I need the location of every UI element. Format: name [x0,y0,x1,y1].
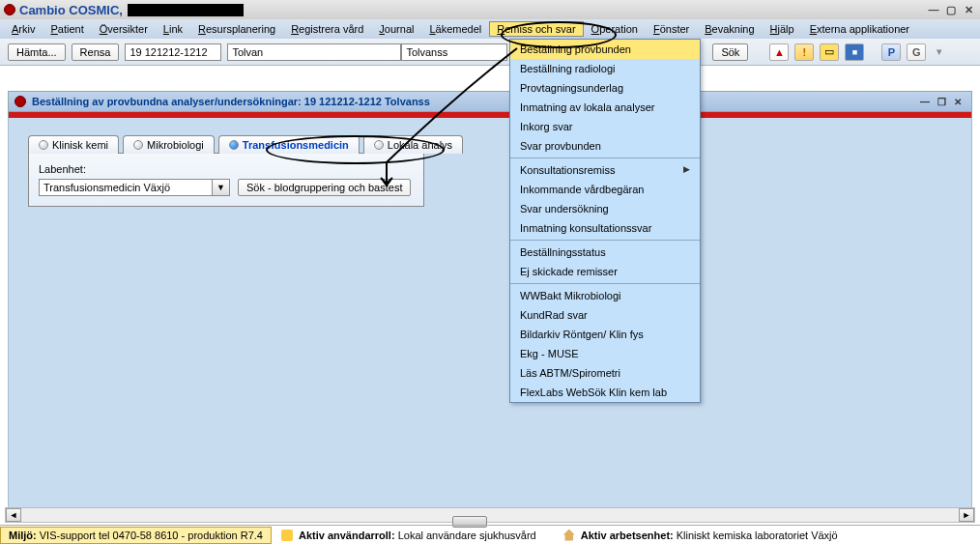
tab-klinisk-kemi[interactable]: Klinisk kemi [28,135,119,154]
menuitem-ej-skickade-remisser[interactable]: Ej skickade remisser [510,262,700,281]
subwindow-controls: — ❐ ✕ [917,95,966,108]
g-button[interactable]: G [907,43,926,61]
menuitem-flexlabs-webs-k-klin-kem-lab[interactable]: FlexLabs WebSök Klin kem lab [510,383,700,402]
tab-label: Lokala analys [388,139,452,151]
window-controls: — ▢ ✕ [926,3,976,16]
tab-label: Transfusionsmedicin [243,139,349,151]
menu-l-kemedel[interactable]: Läkemedel [421,21,489,37]
app-icon [4,4,15,15]
rensa-button[interactable]: Rensa [72,43,120,61]
info-icon[interactable]: ■ [845,43,864,61]
roll-value: Lokal användare sjukhusvård [398,530,536,541]
close-icon[interactable]: ✕ [961,3,976,16]
tabs-area: Klinisk kemiMikrobiologiTransfusionsmedi… [8,118,972,509]
menuitem-inmatning-av-lokala-analyser[interactable]: Inmatning av lokala analyser [510,98,700,117]
tab-lokala-analys[interactable]: Lokala analys [363,135,463,154]
menuitem-inkommande-v-rdbeg-ran[interactable]: Inkommande vårdbegäran [510,180,700,199]
menu-separator [510,240,700,241]
status-miljo: Miljö: VIS-support tel 0470-58 8610 - pr… [0,527,272,544]
menu-remiss-och-svar[interactable]: Remiss och svar [489,21,583,37]
toolbar-chevron-icon[interactable]: ▾ [932,45,947,58]
menu-arkiv[interactable]: Arkiv [4,21,43,37]
tab-dot-icon [374,140,384,150]
miljo-label: Miljö: [9,530,37,541]
tab-dot-icon [229,140,239,150]
home-icon [563,530,575,541]
alert-icon[interactable]: ▲ [769,43,789,61]
horizontal-scrollbar[interactable]: ◄ ► [5,507,975,523]
enhet-value: Kliniskt kemiska laboratoriet Växjö [677,530,838,541]
labenhet-combo-input[interactable] [39,179,213,196]
tab-label: Mikrobiologi [147,139,204,151]
tab-mikrobiologi[interactable]: Mikrobiologi [123,135,215,154]
sok-button[interactable]: Sök [712,43,748,61]
menuitem-svar-provbunden[interactable]: Svar provbunden [510,136,700,156]
titlebar: Cambio COSMIC, — ▢ ✕ [0,0,980,19]
labenhet-label: Labenhet: [39,163,414,175]
app-title: Cambio COSMIC, [19,3,123,17]
maximize-icon[interactable]: ▢ [943,3,959,16]
subwindow-icon [14,96,26,107]
menu-f-nster[interactable]: Fönster [646,21,697,37]
lastname-input[interactable] [401,43,507,61]
menuitem-best-llning-provbunden[interactable]: Beställning provbunden [510,40,700,59]
user-icon [281,530,293,541]
menuitem-provtagningsunderlag[interactable]: Provtagningsunderlag [510,78,700,98]
menuitem-inmatning-konsultationssvar[interactable]: Inmatning konsultationssvar [510,218,700,238]
sub-maximize-icon[interactable]: ❐ [934,95,949,108]
status-right: Aktiv användarroll: Lokal användare sjuk… [272,530,980,541]
menuitem-best-llning-radiologi[interactable]: Beställning radiologi [510,59,700,78]
labenhet-combo[interactable]: ▼ [39,179,230,196]
menu-bevakning[interactable]: Bevakning [697,21,762,37]
menu-hj-lp[interactable]: Hjälp [763,21,802,37]
order-subwindow: Beställning av provbundna analyser/under… [8,91,972,509]
statusbar: Miljö: VIS-support tel 0470-58 8610 - pr… [0,525,980,544]
firstname-input[interactable] [227,43,401,61]
labenhet-combo-chevron-icon[interactable]: ▼ [213,179,230,196]
subwindow-title: Beställning av provbundna analyser/under… [32,96,430,107]
toolbar: Hämta... Rensa Sök ▲ ! ▭ ■ P G ▾ [0,39,980,66]
menuitem-best-llningsstatus[interactable]: Beställningsstatus [510,243,700,262]
menuitem-kundrad-svar[interactable]: KundRad svar [510,305,700,325]
patient-id-input[interactable] [125,43,221,61]
sub-minimize-icon[interactable]: — [917,95,933,108]
menuitem-svar-unders-kning[interactable]: Svar undersökning [510,199,700,218]
menubar: ArkivPatientÖversikterLinkResursplanerin… [0,19,980,39]
sok-blodgruppering-button[interactable]: Sök - blodgruppering och bastest [238,179,411,196]
roll-label: Aktiv användarroll: [299,530,395,541]
enhet-label: Aktiv arbetsenhet: [581,530,674,541]
tab-dot-icon [133,140,143,150]
subwindow-titlebar: Beställning av provbundna analyser/under… [8,91,972,112]
note-icon[interactable]: ▭ [820,43,839,61]
tab-dot-icon [39,140,48,150]
menu-resursplanering[interactable]: Resursplanering [190,21,283,37]
sub-close-icon[interactable]: ✕ [950,95,966,108]
hamta-button[interactable]: Hämta... [8,43,66,61]
menuitem-konsultationsremiss[interactable]: Konsultationsremiss [510,160,700,180]
menuitem-inkorg-svar[interactable]: Inkorg svar [510,117,700,136]
warning-icon[interactable]: ! [794,43,814,61]
menu-patient[interactable]: Patient [43,21,91,37]
menu-separator [510,157,700,158]
menuitem-ekg-muse[interactable]: Ekg - MUSE [510,344,700,363]
tab-label: Klinisk kemi [52,139,108,151]
labenhet-panel: Labenhet: ▼ Sök - blodgruppering och bas… [28,153,424,207]
title-redacted [128,4,244,16]
minimize-icon[interactable]: — [926,3,941,16]
tab-strip: Klinisk kemiMikrobiologiTransfusionsmedi… [28,135,971,154]
menuitem-l-s-abtm-spirometri[interactable]: Läs ABTM/Spirometri [510,363,700,383]
menu-journal[interactable]: Journal [371,21,421,37]
miljo-value: VIS-support tel 0470-58 8610 - produktio… [40,530,263,541]
remiss-och-svar-menu: Beställning provbundenBeställning radiol… [509,39,701,403]
tab-transfusionsmedicin[interactable]: Transfusionsmedicin [218,135,360,154]
menu-link[interactable]: Link [156,21,190,37]
menuitem-bildarkiv-r-ntgen-klin-fys[interactable]: Bildarkiv Röntgen/ Klin fys [510,325,700,344]
menu--versikter[interactable]: Översikter [92,21,156,37]
menu-operation[interactable]: Operation [584,21,646,37]
menu-registrera-v-rd[interactable]: Registrera vård [283,21,371,37]
scroll-left-icon[interactable]: ◄ [6,508,21,522]
scroll-right-icon[interactable]: ► [959,508,974,522]
p-button[interactable]: P [881,43,901,61]
menu-externa-applikationer[interactable]: Externa applikationer [802,21,917,37]
menuitem-wwbakt-mikrobiologi[interactable]: WWBakt Mikrobiologi [510,286,700,305]
